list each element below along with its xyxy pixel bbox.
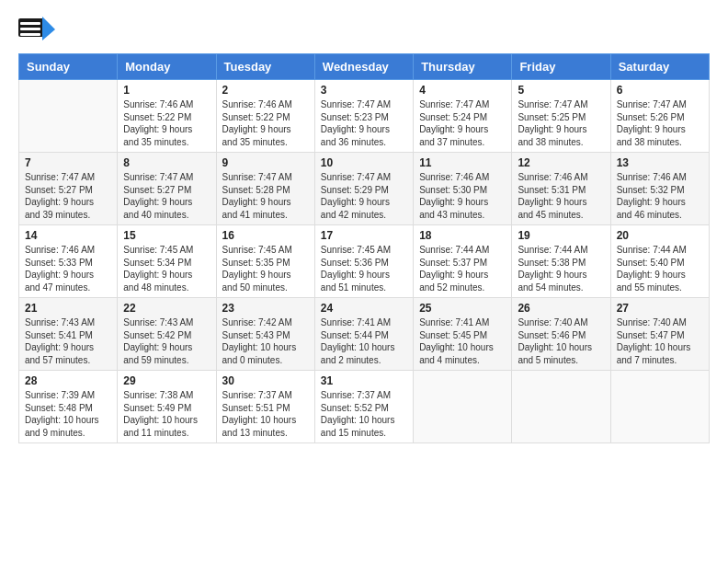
day-info: Sunrise: 7:42 AM Sunset: 5:43 PM Dayligh… <box>222 316 309 366</box>
calendar-cell <box>414 371 512 443</box>
calendar-cell: 11Sunrise: 7:46 AM Sunset: 5:30 PM Dayli… <box>414 153 512 225</box>
weekday-header-thursday: Thursday <box>414 54 512 80</box>
day-number: 21 <box>25 302 111 315</box>
day-info: Sunrise: 7:46 AM Sunset: 5:31 PM Dayligh… <box>518 171 604 221</box>
calendar-cell: 28Sunrise: 7:39 AM Sunset: 5:48 PM Dayli… <box>19 371 118 443</box>
day-info: Sunrise: 7:46 AM Sunset: 5:22 PM Dayligh… <box>123 98 210 148</box>
day-info: Sunrise: 7:44 AM Sunset: 5:40 PM Dayligh… <box>617 244 703 293</box>
calendar-cell: 5Sunrise: 7:47 AM Sunset: 5:25 PM Daylig… <box>512 80 610 153</box>
calendar-cell: 20Sunrise: 7:44 AM Sunset: 5:40 PM Dayli… <box>610 225 709 298</box>
day-number: 31 <box>321 374 407 387</box>
calendar-cell: 8Sunrise: 7:47 AM Sunset: 5:27 PM Daylig… <box>118 153 216 225</box>
day-number: 17 <box>321 229 407 242</box>
calendar-cell: 10Sunrise: 7:47 AM Sunset: 5:29 PM Dayli… <box>314 153 413 225</box>
svg-marker-1 <box>42 17 55 40</box>
calendar-cell <box>19 80 118 153</box>
day-info: Sunrise: 7:47 AM Sunset: 5:29 PM Dayligh… <box>321 171 407 221</box>
day-info: Sunrise: 7:45 AM Sunset: 5:36 PM Dayligh… <box>321 244 407 293</box>
week-row-1: 1Sunrise: 7:46 AM Sunset: 5:22 PM Daylig… <box>19 80 710 153</box>
logo <box>18 15 59 44</box>
day-info: Sunrise: 7:45 AM Sunset: 5:34 PM Dayligh… <box>123 244 210 293</box>
calendar-table: SundayMondayTuesdayWednesdayThursdayFrid… <box>18 53 710 443</box>
weekday-header-sunday: Sunday <box>19 54 118 80</box>
day-info: Sunrise: 7:44 AM Sunset: 5:38 PM Dayligh… <box>518 244 604 293</box>
day-number: 7 <box>25 156 111 169</box>
calendar-cell: 17Sunrise: 7:45 AM Sunset: 5:36 PM Dayli… <box>314 225 413 298</box>
day-number: 11 <box>419 156 506 169</box>
week-row-2: 7Sunrise: 7:47 AM Sunset: 5:27 PM Daylig… <box>19 153 710 225</box>
day-number: 10 <box>321 156 407 169</box>
day-number: 18 <box>419 229 506 242</box>
day-info: Sunrise: 7:46 AM Sunset: 5:33 PM Dayligh… <box>25 244 111 293</box>
day-number: 23 <box>222 302 309 315</box>
day-number: 15 <box>123 229 210 242</box>
day-info: Sunrise: 7:43 AM Sunset: 5:41 PM Dayligh… <box>25 316 111 366</box>
page: SundayMondayTuesdayWednesdayThursdayFrid… <box>0 0 728 563</box>
weekday-header-saturday: Saturday <box>610 54 709 80</box>
calendar-cell: 23Sunrise: 7:42 AM Sunset: 5:43 PM Dayli… <box>216 298 314 371</box>
week-row-4: 21Sunrise: 7:43 AM Sunset: 5:41 PM Dayli… <box>19 298 710 371</box>
svg-rect-2 <box>20 22 40 25</box>
day-number: 27 <box>617 302 703 315</box>
weekday-header-tuesday: Tuesday <box>216 54 314 80</box>
day-info: Sunrise: 7:46 AM Sunset: 5:30 PM Dayligh… <box>419 171 506 221</box>
calendar-cell <box>610 371 709 443</box>
day-info: Sunrise: 7:41 AM Sunset: 5:44 PM Dayligh… <box>321 316 407 366</box>
calendar-cell: 21Sunrise: 7:43 AM Sunset: 5:41 PM Dayli… <box>19 298 118 371</box>
day-number: 16 <box>222 229 309 242</box>
calendar-cell: 22Sunrise: 7:43 AM Sunset: 5:42 PM Dayli… <box>118 298 216 371</box>
day-number: 20 <box>617 229 703 242</box>
day-number: 22 <box>123 302 210 315</box>
day-info: Sunrise: 7:47 AM Sunset: 5:23 PM Dayligh… <box>321 98 407 148</box>
calendar-cell: 24Sunrise: 7:41 AM Sunset: 5:44 PM Dayli… <box>314 298 413 371</box>
day-info: Sunrise: 7:47 AM Sunset: 5:28 PM Dayligh… <box>222 171 309 221</box>
header <box>18 15 710 44</box>
weekday-header-row: SundayMondayTuesdayWednesdayThursdayFrid… <box>19 54 710 80</box>
calendar-cell: 31Sunrise: 7:37 AM Sunset: 5:52 PM Dayli… <box>314 371 413 443</box>
svg-rect-3 <box>20 28 40 30</box>
day-number: 28 <box>25 374 111 387</box>
calendar-cell: 15Sunrise: 7:45 AM Sunset: 5:34 PM Dayli… <box>118 225 216 298</box>
day-info: Sunrise: 7:41 AM Sunset: 5:45 PM Dayligh… <box>419 316 506 366</box>
day-info: Sunrise: 7:40 AM Sunset: 5:47 PM Dayligh… <box>617 316 703 366</box>
day-info: Sunrise: 7:37 AM Sunset: 5:52 PM Dayligh… <box>321 389 407 439</box>
week-row-3: 14Sunrise: 7:46 AM Sunset: 5:33 PM Dayli… <box>19 225 710 298</box>
day-info: Sunrise: 7:39 AM Sunset: 5:48 PM Dayligh… <box>25 389 111 439</box>
day-info: Sunrise: 7:47 AM Sunset: 5:27 PM Dayligh… <box>25 171 111 221</box>
calendar-cell: 25Sunrise: 7:41 AM Sunset: 5:45 PM Dayli… <box>414 298 512 371</box>
calendar-cell: 14Sunrise: 7:46 AM Sunset: 5:33 PM Dayli… <box>19 225 118 298</box>
calendar-cell <box>512 371 610 443</box>
day-number: 30 <box>222 374 309 387</box>
day-info: Sunrise: 7:38 AM Sunset: 5:49 PM Dayligh… <box>123 389 210 439</box>
calendar-cell: 12Sunrise: 7:46 AM Sunset: 5:31 PM Dayli… <box>512 153 610 225</box>
calendar-cell: 9Sunrise: 7:47 AM Sunset: 5:28 PM Daylig… <box>216 153 314 225</box>
day-info: Sunrise: 7:47 AM Sunset: 5:26 PM Dayligh… <box>617 98 703 148</box>
day-info: Sunrise: 7:43 AM Sunset: 5:42 PM Dayligh… <box>123 316 210 366</box>
weekday-header-monday: Monday <box>118 54 216 80</box>
day-number: 26 <box>518 302 604 315</box>
day-number: 29 <box>123 374 210 387</box>
weekday-header-wednesday: Wednesday <box>314 54 413 80</box>
day-number: 9 <box>222 156 309 169</box>
calendar-cell: 16Sunrise: 7:45 AM Sunset: 5:35 PM Dayli… <box>216 225 314 298</box>
day-number: 25 <box>419 302 506 315</box>
day-number: 3 <box>321 84 407 97</box>
day-number: 1 <box>123 84 210 97</box>
day-number: 14 <box>25 229 111 242</box>
day-number: 13 <box>617 156 703 169</box>
weekday-header-friday: Friday <box>512 54 610 80</box>
day-number: 4 <box>419 84 506 97</box>
day-info: Sunrise: 7:40 AM Sunset: 5:46 PM Dayligh… <box>518 316 604 366</box>
day-number: 8 <box>123 156 210 169</box>
logo-icon <box>18 15 55 44</box>
calendar-cell: 7Sunrise: 7:47 AM Sunset: 5:27 PM Daylig… <box>19 153 118 225</box>
calendar-cell: 3Sunrise: 7:47 AM Sunset: 5:23 PM Daylig… <box>314 80 413 153</box>
calendar-cell: 4Sunrise: 7:47 AM Sunset: 5:24 PM Daylig… <box>414 80 512 153</box>
calendar-cell: 6Sunrise: 7:47 AM Sunset: 5:26 PM Daylig… <box>610 80 709 153</box>
day-info: Sunrise: 7:46 AM Sunset: 5:22 PM Dayligh… <box>222 98 309 148</box>
day-number: 6 <box>617 84 703 97</box>
day-info: Sunrise: 7:47 AM Sunset: 5:25 PM Dayligh… <box>518 98 604 148</box>
day-number: 5 <box>518 84 604 97</box>
day-number: 19 <box>518 229 604 242</box>
day-info: Sunrise: 7:45 AM Sunset: 5:35 PM Dayligh… <box>222 244 309 293</box>
